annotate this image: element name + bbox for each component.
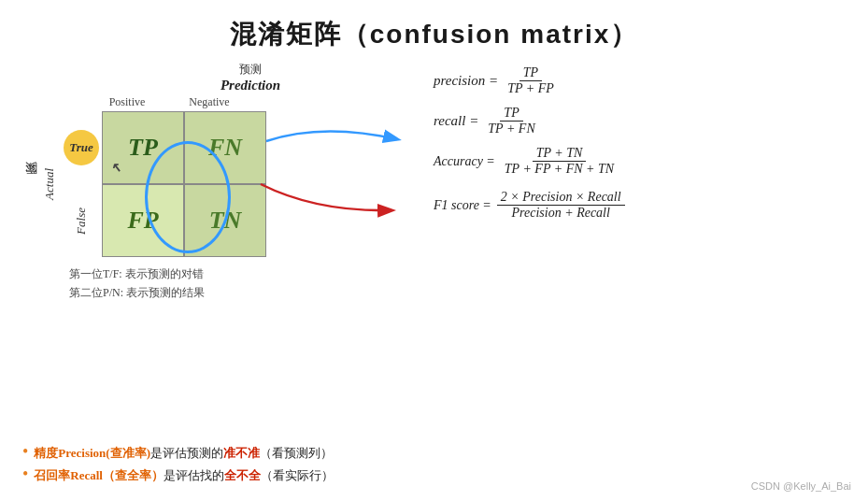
bullet-2: • 召回率Recall（查全率）是评估找的全不全（看实际行） (22, 465, 846, 484)
cursor-icon: ↖ (110, 160, 121, 176)
true-row-label: True (61, 111, 102, 184)
grid-area: True False TP ↖ (61, 111, 266, 257)
false-label-text: False (74, 208, 89, 235)
false-row-label: False (61, 184, 102, 257)
true-label-badge: True (64, 130, 99, 165)
f1-label: F1 score = (434, 198, 491, 213)
row-true: TP ↖ FN (102, 111, 266, 184)
bullets-section: • 精度Precision(查准率)是评估预测的准不准（看预测列） • 召回率R… (22, 443, 846, 488)
positive-label: Positive (86, 95, 168, 109)
right-panel: precision = TP TP + FP recall = TP TP + … (415, 62, 846, 228)
cell-tp: TP ↖ (102, 111, 184, 184)
bullet-2-text: 召回率Recall（查全率）是评估找的全不全（看实际行） (34, 467, 334, 484)
content-area: 预测 Prediction Positive Negative 实际 Actua… (22, 62, 846, 303)
row-labels: True False (61, 111, 102, 257)
accuracy-frac: TP + TN TP + FP + FN + TN (501, 146, 618, 177)
precision-arrow (266, 122, 416, 169)
note-line1: 第一位T/F: 表示预测的对错 (69, 265, 415, 283)
formula-recall: recall = TP TP + FN (434, 106, 846, 136)
bullet-1-text: 精度Precision(查准率)是评估预测的准不准（看预测列） (34, 445, 333, 462)
bullet-dot-2: • (22, 465, 28, 482)
page-title: 混淆矩阵（confusion matrix） (22, 17, 846, 52)
formula-precision: precision = TP TP + FP (434, 65, 846, 96)
recall-frac: TP TP + FN (484, 106, 538, 136)
actual-label: 实际 Actual (22, 168, 57, 200)
precision-frac: TP TP + FP (504, 65, 558, 96)
prediction-zh: 预测 (86, 62, 415, 78)
watermark: CSDN @Kelly_Ai_Bai (751, 480, 851, 492)
cell-fn: FN (184, 111, 266, 184)
grid-container: True False TP ↖ (61, 111, 266, 257)
page: { "title": "混淆矩阵（confusion matrix）", "pr… (0, 0, 868, 501)
left-panel: 预测 Prediction Positive Negative 实际 Actua… (22, 62, 415, 303)
formula-f1: F1 score = 2 × Precision × Recall Precis… (434, 190, 846, 221)
bullet-1: • 精度Precision(查准率)是评估预测的准不准（看预测列） (22, 443, 846, 462)
prediction-en: Prediction (86, 78, 415, 93)
matrix-wrapper: 实际 Actual True False (22, 111, 415, 257)
bullet-dot-1: • (22, 443, 28, 460)
row-false: FP TN (102, 184, 266, 257)
note-line2: 第二位P/N: 表示预测的结果 (69, 283, 415, 302)
accuracy-label: Accuracy = (434, 154, 495, 169)
formula-accuracy: Accuracy = TP + TN TP + FP + FN + TN (434, 146, 846, 177)
negative-label: Negative (168, 95, 250, 109)
cell-fp: FP (102, 184, 184, 257)
recall-arrow (261, 175, 410, 231)
precision-label: precision = (434, 73, 498, 89)
cell-tn: TN (184, 184, 266, 257)
notes: 第一位T/F: 表示预测的对错 第二位P/N: 表示预测的结果 (69, 265, 415, 303)
recall-label: recall = (434, 113, 478, 129)
grid-cells: TP ↖ FN FP (102, 111, 266, 257)
actual-en: Actual (42, 168, 57, 200)
f1-frac: 2 × Precision × Recall Precision + Recal… (497, 190, 625, 221)
